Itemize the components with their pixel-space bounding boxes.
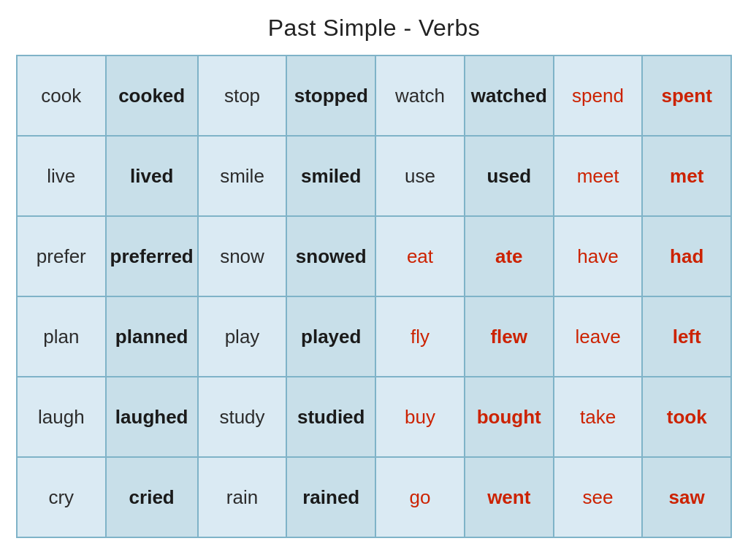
table-cell: smiled [286, 136, 375, 216]
table-cell: rained [286, 457, 375, 537]
table-cell: meet [554, 136, 643, 216]
table-cell: go [375, 457, 465, 537]
table-row: laughlaughedstudystudiedbuyboughttaketoo… [17, 377, 731, 457]
table-cell: stop [198, 55, 287, 136]
table-cell: spend [554, 55, 643, 136]
table-cell: prefer [17, 216, 106, 296]
table-cell: buy [375, 377, 465, 457]
verb-table: cookcookedstopstoppedwatchwatchedspendsp… [16, 55, 732, 538]
table-cell: cooked [106, 55, 198, 136]
table-cell: smile [198, 136, 287, 216]
table-cell: leave [554, 296, 643, 377]
table-cell: eat [375, 216, 465, 296]
table-cell: flew [465, 296, 554, 377]
table-cell: laughed [106, 377, 198, 457]
table-row: livelivedsmilesmileduseusedmeetmet [17, 136, 731, 216]
table-row: crycriedrainrainedgowentseesaw [17, 457, 731, 537]
table-cell: study [198, 377, 287, 457]
table-cell: went [465, 457, 554, 537]
table-cell: play [198, 296, 287, 377]
table-cell: used [465, 136, 554, 216]
table-cell: saw [642, 457, 731, 537]
table-cell: spent [642, 55, 731, 136]
table-cell: studied [286, 377, 375, 457]
table-cell: plan [17, 296, 106, 377]
table-cell: cry [17, 457, 106, 537]
table-row: preferpreferredsnowsnowedeatatehavehad [17, 216, 731, 296]
table-cell: took [642, 377, 731, 457]
table-cell: have [554, 216, 643, 296]
table-cell: use [375, 136, 465, 216]
table-cell: bought [465, 377, 554, 457]
table-cell: watch [375, 55, 465, 136]
table-cell: see [554, 457, 643, 537]
table-cell: live [17, 136, 106, 216]
table-row: cookcookedstopstoppedwatchwatchedspendsp… [17, 55, 731, 136]
table-row: planplannedplayplayedflyflewleaveleft [17, 296, 731, 377]
table-cell: snow [198, 216, 287, 296]
table-cell: cried [106, 457, 198, 537]
table-cell: cook [17, 55, 106, 136]
table-cell: preferred [106, 216, 198, 296]
table-cell: take [554, 377, 643, 457]
table-cell: ate [465, 216, 554, 296]
table-cell: lived [106, 136, 198, 216]
table-cell: rain [198, 457, 287, 537]
table-cell: snowed [286, 216, 375, 296]
table-cell: played [286, 296, 375, 377]
table-cell: met [642, 136, 731, 216]
table-cell: planned [106, 296, 198, 377]
table-cell: had [642, 216, 731, 296]
table-cell: fly [375, 296, 465, 377]
table-cell: left [642, 296, 731, 377]
page-title: Past Simple - Verbs [268, 15, 481, 42]
table-cell: laugh [17, 377, 106, 457]
table-cell: watched [465, 55, 554, 136]
table-cell: stopped [286, 55, 375, 136]
